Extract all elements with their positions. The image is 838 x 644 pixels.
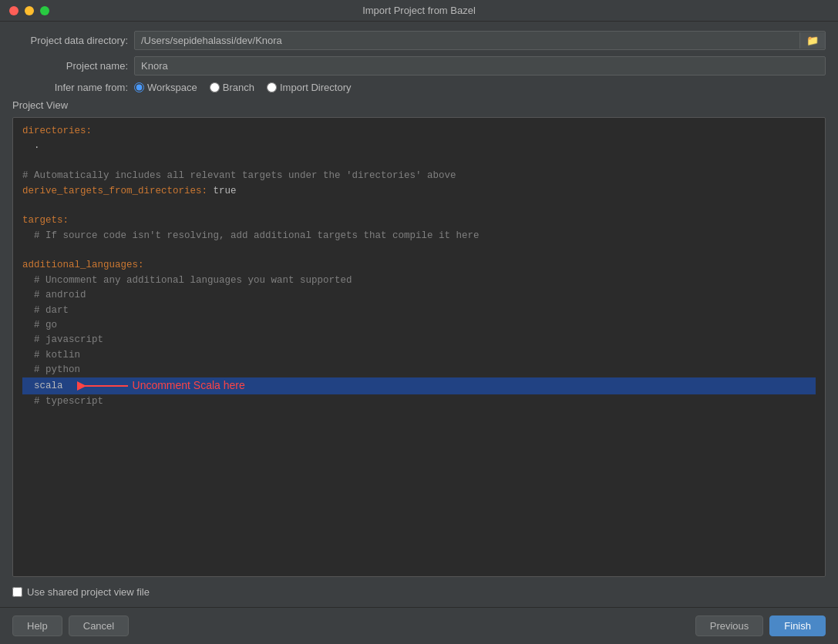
- radio-workspace-label[interactable]: Workspace: [147, 82, 197, 93]
- radio-import-dir-input[interactable]: [267, 82, 277, 92]
- close-button[interactable]: [9, 6, 19, 15]
- infer-name-row: Infer name from: Workspace Branch Import…: [12, 82, 826, 93]
- browse-folder-button[interactable]: 📁: [799, 32, 825, 49]
- code-comment-auto: # Automatically includes all relevant ta…: [22, 169, 456, 183]
- code-comment-python: # python: [22, 363, 80, 377]
- code-line-16: # kotlin: [22, 348, 816, 363]
- project-dir-input-wrapper: 📁: [134, 31, 826, 50]
- radio-branch-input[interactable]: [210, 82, 220, 92]
- maximize-button[interactable]: [40, 6, 49, 15]
- minimize-button[interactable]: [25, 6, 34, 15]
- code-line-7: targets:: [22, 213, 816, 228]
- code-line-9: [22, 243, 816, 258]
- title-bar: Import Project from Bazel: [0, 0, 838, 22]
- button-bar: Help Cancel Previous Finish: [0, 607, 838, 644]
- arrow-icon: [76, 381, 130, 391]
- code-line-10: additional_languages:: [22, 258, 816, 273]
- code-key-derive: derive_targets_from_directories:: [22, 184, 207, 199]
- infer-name-label: Infer name from:: [12, 82, 128, 93]
- code-line-4: # Automatically includes all relevant ta…: [22, 169, 816, 183]
- scala-annotation: Uncomment Scala here: [69, 377, 245, 394]
- code-key-additional-languages: additional_languages:: [22, 258, 144, 273]
- project-dir-label: Project data directory:: [12, 35, 128, 46]
- code-line-17: # python: [22, 363, 816, 377]
- radio-workspace-input[interactable]: [134, 82, 144, 92]
- radio-import-dir-label[interactable]: Import Directory: [280, 82, 351, 93]
- code-value-scala: scala: [22, 379, 63, 394]
- code-line-1: directories:: [22, 124, 816, 139]
- code-key-targets: targets:: [22, 213, 69, 228]
- code-comment-uncomment: # Uncomment any additional languages you…: [22, 273, 352, 288]
- help-button[interactable]: Help: [12, 615, 62, 636]
- window-title: Import Project from Bazel: [362, 5, 476, 16]
- finish-button[interactable]: Finish: [769, 615, 826, 636]
- shared-project-view-label[interactable]: Use shared project view file: [27, 586, 150, 598]
- code-line-8: # If source code isn't resolving, add ad…: [22, 229, 816, 243]
- code-line-11: # Uncomment any additional languages you…: [22, 273, 816, 288]
- code-comment-typescript: # typescript: [22, 394, 103, 409]
- radio-branch[interactable]: Branch: [210, 82, 254, 93]
- code-line-6: [22, 199, 816, 213]
- project-dir-input[interactable]: [135, 32, 799, 49]
- code-line-2: .: [22, 139, 816, 153]
- cancel-button[interactable]: Cancel: [69, 615, 129, 636]
- project-name-row: Project name:: [12, 56, 826, 75]
- code-line-14: # go: [22, 318, 816, 333]
- code-line-3: [22, 154, 816, 169]
- code-comment-kotlin: # kotlin: [22, 348, 80, 363]
- code-comment-javascript: # javascript: [22, 333, 103, 347]
- infer-name-radio-group: Workspace Branch Import Directory: [134, 82, 351, 93]
- code-comment-targets: # If source code isn't resolving, add ad…: [22, 229, 480, 243]
- shared-project-view-checkbox[interactable]: [12, 587, 22, 597]
- code-comment-dart: # dart: [22, 304, 69, 318]
- code-comment-go: # go: [22, 318, 57, 333]
- project-dir-row: Project data directory: 📁: [12, 31, 826, 50]
- button-bar-left: Help Cancel: [12, 615, 129, 636]
- code-line-12: # android: [22, 288, 816, 303]
- code-line-19: # typescript: [22, 394, 816, 409]
- project-name-label: Project name:: [12, 60, 128, 72]
- project-view-label: Project View: [12, 99, 68, 111]
- code-value-dot: .: [22, 139, 40, 153]
- code-line-scala: scala Uncomment Scala here: [22, 377, 816, 394]
- previous-button[interactable]: Previous: [695, 615, 764, 636]
- project-view-row: Project View: [12, 99, 826, 111]
- code-line-13: # dart: [22, 304, 816, 318]
- code-line-5: derive_targets_from_directories: true: [22, 184, 816, 199]
- radio-workspace[interactable]: Workspace: [134, 82, 197, 93]
- code-line-15: # javascript: [22, 333, 816, 347]
- annotation-text: Uncomment Scala here: [133, 377, 245, 394]
- shared-project-view-row: Use shared project view file: [12, 586, 826, 598]
- radio-branch-label[interactable]: Branch: [223, 82, 254, 93]
- dialog-content: Project data directory: 📁 Project name: …: [0, 22, 838, 607]
- radio-import-directory[interactable]: Import Directory: [267, 82, 351, 93]
- button-bar-right: Previous Finish: [695, 615, 826, 636]
- code-key-directories: directories:: [22, 124, 92, 139]
- code-comment-android: # android: [22, 288, 86, 303]
- code-editor[interactable]: directories: . # Automatically includes …: [12, 117, 826, 577]
- window-controls[interactable]: [9, 6, 49, 15]
- project-name-input[interactable]: [134, 56, 826, 75]
- code-value-true: true: [207, 184, 237, 199]
